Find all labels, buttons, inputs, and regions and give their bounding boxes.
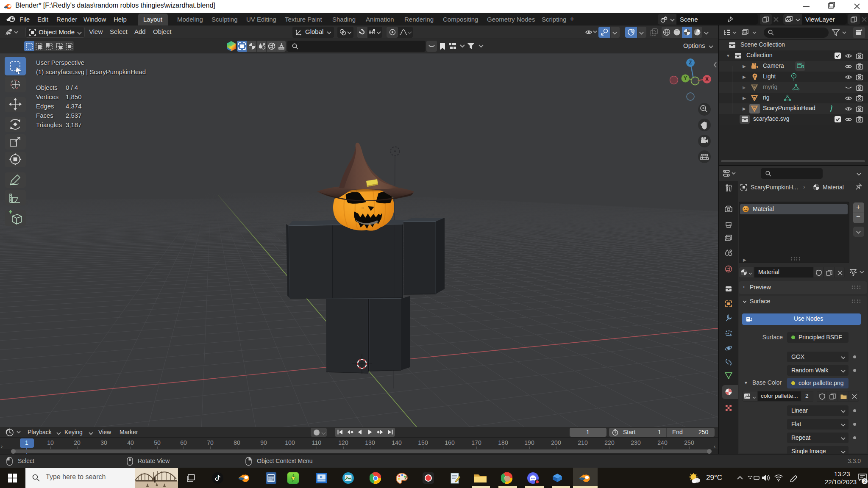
svg-text:Y: Y (684, 75, 687, 81)
svg-text:Z: Z (689, 60, 692, 66)
svg-text:X: X (705, 76, 709, 82)
